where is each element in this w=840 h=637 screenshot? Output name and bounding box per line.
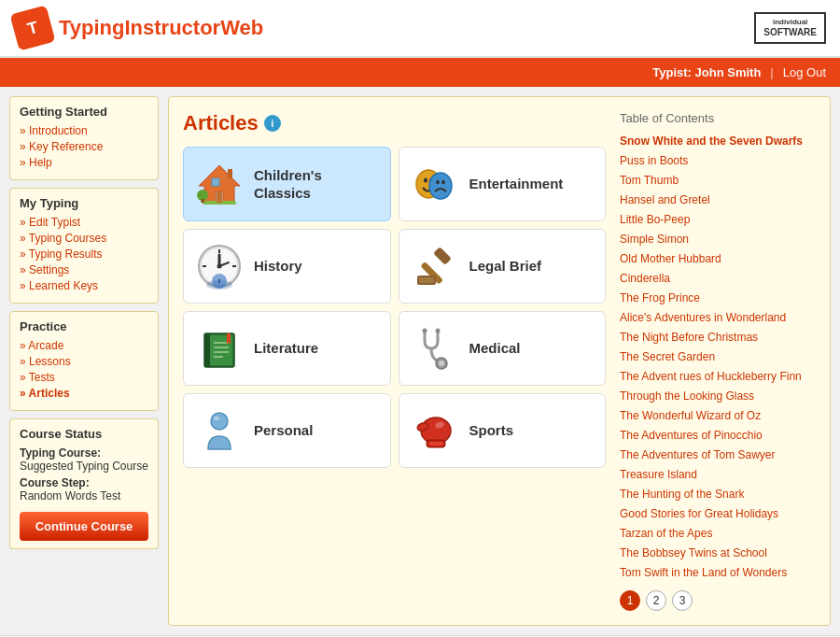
articles-heading: Articles — [183, 111, 259, 135]
toc-item-10[interactable]: The Night Before Christmas — [620, 329, 816, 346]
articles-grid: Children'sClassics — [183, 147, 606, 468]
article-card-medical[interactable]: Medical — [399, 311, 607, 386]
article-card-personal[interactable]: Personal — [183, 393, 391, 468]
svg-point-41 — [436, 329, 441, 333]
sidebar-item-learned-keys[interactable]: » Learned Keys — [20, 279, 148, 292]
toc-item-20[interactable]: Tarzan of the Apes — [620, 525, 816, 542]
logo-icon: T — [10, 6, 56, 51]
logout-button[interactable]: Log Out — [783, 65, 826, 79]
toc-item-7[interactable]: Cinderella — [620, 270, 816, 287]
toc-item-2[interactable]: Tom Thumb — [620, 172, 816, 189]
toc-page-3[interactable]: 3 — [672, 590, 693, 611]
toc-item-4[interactable]: Little Bo-Peep — [620, 211, 816, 228]
toc-item-6[interactable]: Old Mother Hubbard — [620, 250, 816, 267]
svg-rect-27 — [419, 277, 434, 283]
article-card-childrens-classics[interactable]: Children'sClassics — [183, 147, 391, 221]
article-card-entertainment[interactable]: Entertainment — [399, 147, 607, 221]
toc-item-1[interactable]: Puss in Boots — [620, 152, 816, 169]
medical-icon — [409, 323, 460, 375]
content-area: Articles i — [168, 96, 831, 626]
article-card-legal-brief[interactable]: Legal Brief — [399, 229, 607, 304]
sidebar: Getting Started » Introduction » Key Ref… — [9, 96, 159, 626]
toc-item-0[interactable]: Snow White and the Seven Dwarfs — [620, 133, 816, 149]
toc-item-3[interactable]: Hansel and Gretel — [620, 191, 816, 208]
toc-item-21[interactable]: The Bobbsey Twins at School — [620, 545, 816, 561]
my-typing-title: My Typing — [20, 196, 148, 210]
childrens-classics-icon — [193, 159, 245, 210]
svg-rect-30 — [204, 333, 210, 367]
svg-point-43 — [214, 417, 219, 420]
article-card-history[interactable]: History — [183, 229, 391, 304]
svg-rect-3 — [228, 169, 232, 178]
sidebar-item-help[interactable]: » Help — [20, 156, 148, 169]
toc-page-1[interactable]: 1 — [620, 590, 640, 611]
entertainment-icon — [409, 159, 460, 210]
article-card-sports[interactable]: Sports — [399, 393, 607, 468]
sidebar-item-lessons[interactable]: » Lessons — [20, 355, 148, 368]
sidebar-item-articles[interactable]: » Articles — [20, 387, 148, 400]
sidebar-item-settings[interactable]: » Settings — [20, 263, 148, 276]
toc-item-17[interactable]: Treasure Island — [620, 466, 816, 483]
info-icon[interactable]: i — [264, 115, 281, 132]
sidebar-item-typing-courses[interactable]: » Typing Courses — [20, 232, 148, 245]
literature-label: Literature — [254, 339, 318, 358]
practice-title: Practice — [20, 319, 148, 333]
personal-icon — [193, 405, 245, 457]
svg-point-40 — [423, 329, 427, 333]
brand-top: individual — [763, 18, 817, 27]
toc-item-9[interactable]: Alice's Adventures in Wonderland — [620, 309, 816, 326]
toc-item-22[interactable]: Tom Swift in the Land of Wonders — [620, 564, 816, 581]
course-status-title: Course Status — [20, 427, 148, 441]
course-status-section: Course Status Typing Course: Suggested T… — [9, 418, 159, 549]
typing-course-label: Typing Course: — [20, 446, 148, 460]
toc-list: Snow White and the Seven Dwarfs Puss in … — [620, 133, 816, 581]
article-card-literature[interactable]: Literature — [183, 311, 391, 386]
toc-item-16[interactable]: The Adventures of Tom Sawyer — [620, 446, 816, 463]
brand-badge: individual SOFTWARE — [754, 12, 826, 44]
toc-item-15[interactable]: The Adventures of Pinocchio — [620, 427, 816, 444]
toc-page-2[interactable]: 2 — [646, 590, 666, 611]
entertainment-label: Entertainment — [469, 175, 564, 193]
typist-label: Typist: John Smith — [652, 65, 761, 79]
course-step-value: Random Words Test — [20, 489, 148, 503]
toc-item-19[interactable]: Good Stories for Great Holidays — [620, 505, 816, 522]
articles-title: Articles i — [183, 111, 606, 135]
main-layout: Getting Started » Introduction » Key Ref… — [0, 87, 840, 635]
course-step-label: Course Step: — [20, 476, 148, 489]
practice-section: Practice » Arcade » Lessons » Tests » Ar… — [9, 311, 159, 411]
svg-rect-1 — [212, 178, 219, 186]
svg-point-10 — [429, 173, 452, 199]
personal-label: Personal — [254, 421, 313, 440]
toc-item-11[interactable]: The Secret Garden — [620, 348, 816, 365]
logo-area: T TypingInstructorWeb — [14, 9, 263, 47]
childrens-classics-label: Children'sClassics — [254, 166, 322, 203]
medical-label: Medical — [469, 339, 521, 358]
sidebar-item-introduction[interactable]: » Introduction — [20, 124, 148, 137]
svg-point-11 — [436, 180, 440, 184]
sports-label: Sports — [469, 421, 514, 440]
sidebar-item-edit-typist[interactable]: » Edit Typist — [20, 216, 148, 229]
sidebar-item-typing-results[interactable]: » Typing Results — [20, 248, 148, 261]
my-typing-section: My Typing » Edit Typist » Typing Courses… — [9, 188, 159, 304]
continue-course-button[interactable]: Continue Course — [20, 512, 148, 541]
sidebar-item-key-reference[interactable]: » Key Reference — [20, 140, 148, 153]
logo-text: TypingInstructorWeb — [59, 16, 263, 40]
toc-item-13[interactable]: Through the Looking Glass — [620, 388, 816, 404]
toc-item-18[interactable]: The Hunting of the Snark — [620, 486, 816, 503]
brand-bottom: SOFTWARE — [763, 27, 817, 38]
legal-brief-icon — [409, 241, 460, 292]
svg-rect-24 — [433, 247, 452, 265]
sidebar-item-arcade[interactable]: » Arcade — [20, 339, 148, 352]
toc-pagination: 1 2 3 — [620, 590, 816, 611]
nav-separator: | — [770, 65, 773, 79]
logo-typing: Typing — [59, 16, 124, 39]
toc-item-5[interactable]: Simple Simon — [620, 231, 816, 248]
svg-point-39 — [439, 361, 444, 366]
sidebar-item-tests[interactable]: » Tests — [20, 371, 148, 384]
toc-item-12[interactable]: The Advent rues of Huckleberry Finn — [620, 368, 816, 385]
history-label: History — [254, 257, 302, 276]
svg-rect-4 — [217, 191, 222, 203]
nav-bar: Typist: John Smith | Log Out — [0, 58, 840, 87]
toc-item-8[interactable]: The Frog Prince — [620, 290, 816, 306]
toc-item-14[interactable]: The Wonderful Wizard of Oz — [620, 407, 816, 424]
